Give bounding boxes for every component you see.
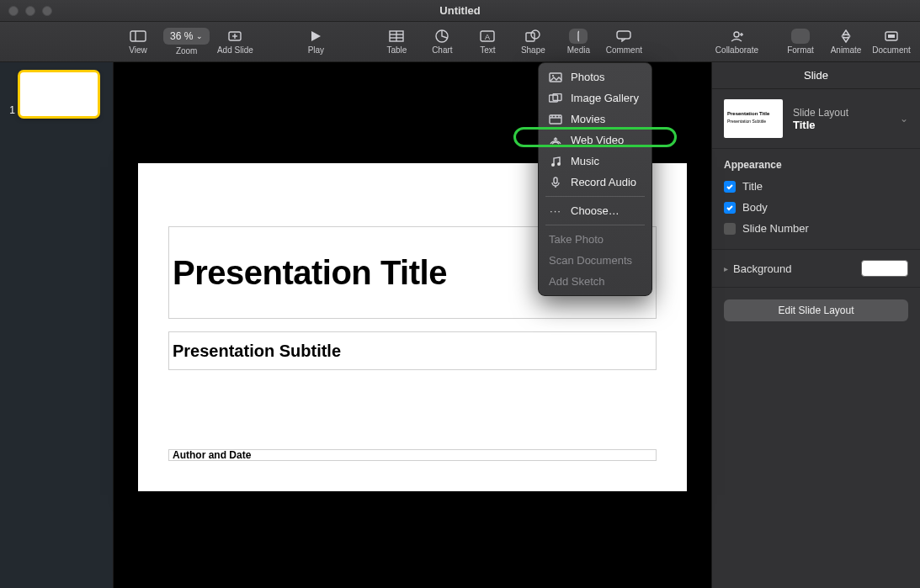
zoom-label: Zoom [176,46,198,56]
movies-icon [549,114,562,125]
media-menu-image-gallery[interactable]: Image Gallery [539,87,651,109]
text-label: Text [480,45,495,55]
media-menu-music-label: Music [571,155,599,167]
slide-navigator[interactable]: 1 [0,62,114,588]
minimize-window-button[interactable] [25,6,35,16]
layout-thumbnail: Presentation Title Presentation Subtitle [724,99,783,138]
media-icon [569,29,588,44]
play-label: Play [308,45,324,55]
media-button[interactable]: Media [558,24,598,61]
background-color-well[interactable] [861,260,908,277]
slide-thumbnail[interactable] [20,72,98,116]
web-video-icon [549,135,562,146]
chart-button[interactable]: Chart [422,24,462,61]
appearance-heading: Appearance [724,159,908,171]
table-label: Table [386,45,407,55]
chart-icon [433,29,451,44]
table-button[interactable]: Table [376,24,417,61]
media-menu-take-photo: Take Photo [539,229,651,250]
appearance-body-checkbox[interactable]: Body [724,197,908,218]
background-label: Background [733,262,791,275]
svg-point-37 [557,162,561,166]
zoom-window-button[interactable] [42,6,52,16]
svg-point-18 [734,32,739,37]
svg-point-14 [531,30,540,39]
svg-text:A: A [485,33,490,41]
inspector-tab-slide[interactable]: Slide [712,62,920,89]
titlebar: Untitled [0,0,920,22]
collaborate-icon [727,29,746,44]
chevron-down-icon: ⌄ [900,113,908,124]
slide-canvas[interactable]: Presentation Title Presentation Subtitle… [114,62,711,588]
thumbnail-row[interactable]: 1 [5,72,108,116]
subtitle-text: Presentation Subtitle [173,342,341,361]
svg-rect-38 [554,177,557,183]
checkbox-off-icon [724,223,736,235]
comment-button[interactable]: Comment [604,24,644,61]
chart-label: Chart [432,45,452,55]
play-button[interactable]: Play [282,24,349,61]
format-icon [791,29,810,44]
checkbox-on-icon [724,202,736,214]
zoom-value-pill[interactable]: 36 % ⌄ [163,28,210,45]
music-icon [549,156,562,167]
comment-label: Comment [606,45,642,55]
add-slide-label: Add Slide [217,45,253,55]
author-date-placeholder[interactable]: Author and Date [168,449,657,461]
background-section: ▸ Background [712,250,920,288]
media-menu-photos[interactable]: Photos [539,66,651,87]
shape-label: Shape [521,45,545,55]
close-window-button[interactable] [8,6,19,16]
add-slide-button[interactable]: Add Slide [215,24,255,61]
animate-button[interactable]: Animate [826,24,866,61]
media-menu-music[interactable]: Music [539,151,651,172]
play-icon [306,29,325,44]
appearance-slidenum-label: Slide Number [742,222,809,235]
media-menu-scan-documents: Scan Documents [539,250,651,271]
menu-separator [545,225,645,225]
svg-point-36 [551,163,555,167]
inspector-panel: Slide Presentation Title Presentation Su… [711,62,920,588]
format-button[interactable]: Format [780,24,821,61]
zoom-button[interactable]: 36 % ⌄ Zoom [163,24,210,61]
body: 1 Presentation Title Presentation Subtit… [0,62,920,588]
media-menu-gallery-label: Image Gallery [571,92,639,104]
svg-rect-25 [888,34,895,38]
appearance-title-checkbox[interactable]: Title [724,176,908,197]
app-window: Untitled View 36 % ⌄ Zoom Add Slide [0,0,920,588]
appearance-title-label: Title [742,180,763,193]
svg-marker-23 [843,37,849,42]
animate-label: Animate [831,45,862,55]
media-menu-record-audio[interactable]: Record Audio [539,172,651,193]
document-button[interactable]: Document [871,24,912,61]
author-date-text: Author and Date [173,449,251,461]
layout-name: Title [793,119,890,131]
appearance-slidenum-checkbox[interactable]: Slide Number [724,218,908,239]
slide-layout-section[interactable]: Presentation Title Presentation Subtitle… [712,89,920,149]
media-menu-web-video[interactable]: Web Video [539,130,651,151]
collaborate-button[interactable]: Collaborate [715,24,758,61]
thumbnail-index: 1 [5,104,15,116]
shape-button[interactable]: Shape [513,24,553,61]
text-button[interactable]: A Text [467,24,508,61]
subtitle-placeholder[interactable]: Presentation Subtitle [168,331,657,370]
microphone-icon [549,177,562,188]
disclosure-triangle-icon[interactable]: ▸ [724,264,728,273]
edit-slide-layout-button[interactable]: Edit Slide Layout [724,299,908,321]
svg-rect-13 [526,33,534,41]
media-menu-choose-label: Choose… [571,204,620,217]
toolbar: View 36 % ⌄ Zoom Add Slide Play [0,22,920,62]
svg-rect-17 [617,31,630,39]
svg-marker-22 [843,30,849,35]
media-menu-movies[interactable]: Movies [539,109,651,130]
media-menu-choose[interactable]: ··· Choose… [539,200,651,221]
format-label: Format [787,45,814,55]
inspector-tab-label: Slide [804,69,828,82]
window-title: Untitled [0,4,920,17]
layout-caption: Slide Layout [793,107,890,119]
view-button[interactable]: View [118,24,158,61]
media-menu-movies-label: Movies [571,113,605,125]
menu-separator [545,196,645,197]
document-label: Document [872,45,911,55]
media-label: Media [567,45,590,55]
